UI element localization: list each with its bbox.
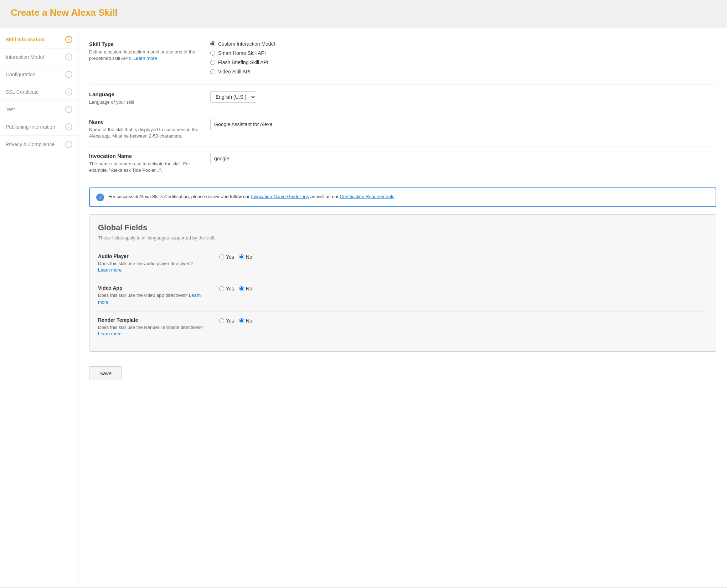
- video-app-label-col: Video App Does this skill use the video …: [98, 285, 212, 305]
- page-title: Create a New Alexa Skill: [11, 7, 716, 18]
- invocation-name-section: Invocation Name The name customers use t…: [89, 146, 716, 180]
- radio-smart-home[interactable]: Smart Home Skill API: [210, 50, 716, 56]
- check-icon-privacy: ✓: [65, 141, 72, 148]
- save-button[interactable]: Save: [89, 366, 122, 380]
- name-title: Name: [89, 119, 200, 125]
- check-icon-interaction-model: ✓: [65, 53, 72, 61]
- skill-type-learn-more[interactable]: Learn more: [133, 56, 157, 61]
- check-icon-skill-information: ✓: [65, 36, 72, 43]
- global-fields-box: Global Fields These fields apply to all …: [89, 214, 716, 352]
- video-app-yes[interactable]: [219, 286, 224, 291]
- invocation-name-input[interactable]: [210, 153, 716, 164]
- sidebar-item-test[interactable]: Test ✓: [0, 101, 78, 118]
- sidebar-item-label: Interaction Model: [6, 54, 44, 60]
- render-template-yes[interactable]: [219, 318, 224, 323]
- sidebar-item-label: Privacy & Compliance: [6, 141, 55, 147]
- render-template-no[interactable]: [239, 318, 244, 323]
- global-fields-title: Global Fields: [98, 223, 707, 232]
- name-label-col: Name Name of the skill that is displayed…: [89, 119, 200, 139]
- skill-type-title: Skill Type: [89, 41, 200, 47]
- render-template-yes-label[interactable]: Yes: [219, 318, 234, 324]
- name-input-col: [210, 119, 716, 139]
- certification-requirements-link[interactable]: Certification Requirements: [340, 194, 395, 199]
- audio-player-label-col: Audio Player Does this skill use the aud…: [98, 253, 212, 273]
- sidebar-item-interaction-model[interactable]: Interaction Model ✓: [0, 48, 78, 66]
- name-section: Name Name of the skill that is displayed…: [89, 112, 716, 146]
- render-template-no-label[interactable]: No: [239, 318, 252, 324]
- sidebar-item-configuration[interactable]: Configuration ✓: [0, 66, 78, 83]
- sidebar: Skill Information ✓ Interaction Model ✓ …: [0, 27, 78, 587]
- radio-smart-home-input[interactable]: [210, 51, 215, 56]
- video-app-no[interactable]: [239, 286, 244, 291]
- info-icon: i: [96, 194, 104, 201]
- check-icon-configuration: ✓: [65, 71, 72, 78]
- skill-type-desc: Define a custom interaction model or use…: [89, 49, 200, 62]
- language-label-col: Language Language of your skill: [89, 91, 200, 105]
- audio-player-yes[interactable]: [219, 254, 224, 259]
- name-input[interactable]: [210, 119, 716, 130]
- render-template-input-col: Yes No: [219, 317, 252, 324]
- video-app-no-label[interactable]: No: [239, 286, 252, 292]
- sidebar-item-privacy-compliance[interactable]: Privacy & Compliance ✓: [0, 136, 78, 153]
- skill-type-section: Skill Type Define a custom interaction m…: [89, 35, 716, 85]
- sidebar-item-label: Publishing Information: [6, 124, 55, 130]
- radio-custom-interaction[interactable]: Custom Interaction Model: [210, 41, 716, 47]
- language-title: Language: [89, 91, 200, 97]
- render-template-learn-more[interactable]: Learn more: [98, 331, 122, 336]
- skill-type-input-col: Custom Interaction Model Smart Home Skil…: [210, 41, 716, 78]
- video-app-yes-label[interactable]: Yes: [219, 286, 234, 292]
- audio-player-row: Audio Player Does this skill use the aud…: [98, 248, 707, 279]
- render-template-title: Render Template: [98, 317, 212, 323]
- global-fields-desc: These fields apply to all languages supp…: [98, 235, 707, 241]
- render-template-label-col: Render Template Does this skill use the …: [98, 317, 212, 337]
- page-header: Create a New Alexa Skill: [0, 0, 727, 27]
- check-icon-test: ✓: [65, 106, 72, 113]
- audio-player-title: Audio Player: [98, 253, 212, 259]
- radio-flash-briefing[interactable]: Flash Briefing Skill API: [210, 60, 716, 65]
- video-app-title: Video App: [98, 285, 212, 291]
- sidebar-item-ssl-certificate[interactable]: SSL Certificate ✓: [0, 83, 78, 101]
- audio-player-learn-more[interactable]: Learn more: [98, 267, 122, 273]
- info-box-text: For successful Alexa Skills Certificatio…: [108, 193, 396, 200]
- sidebar-item-label: Test: [6, 107, 15, 112]
- invocation-name-guidelines-link[interactable]: Invocation Name Guidelines: [251, 194, 309, 199]
- invocation-input-col: [210, 153, 716, 174]
- skill-type-label-col: Skill Type Define a custom interaction m…: [89, 41, 200, 78]
- invocation-desc: The name customers use to activate the s…: [89, 161, 200, 174]
- audio-player-no[interactable]: [239, 254, 244, 259]
- video-app-input-col: Yes No: [219, 285, 252, 292]
- language-desc: Language of your skill: [89, 99, 200, 105]
- radio-video-skill-input[interactable]: [210, 69, 215, 74]
- sidebar-item-label: Configuration: [6, 72, 35, 77]
- render-template-desc: Does this skill use the Render Template …: [98, 324, 212, 337]
- video-app-desc: Does this skill use the video app direct…: [98, 292, 212, 305]
- page-content: Skill Information ✓ Interaction Model ✓ …: [0, 27, 727, 587]
- language-select[interactable]: English (U.S.) English (U.K.) German Jap…: [210, 91, 256, 103]
- language-input-col: English (U.S.) English (U.K.) German Jap…: [210, 91, 716, 105]
- audio-player-yes-label[interactable]: Yes: [219, 254, 234, 260]
- sidebar-item-skill-information[interactable]: Skill Information ✓: [0, 31, 78, 48]
- invocation-label-col: Invocation Name The name customers use t…: [89, 153, 200, 174]
- radio-flash-briefing-input[interactable]: [210, 60, 215, 65]
- invocation-title: Invocation Name: [89, 153, 200, 159]
- sidebar-item-publishing-information[interactable]: Publishing Information ✓: [0, 118, 78, 136]
- name-desc: Name of the skill that is displayed to c…: [89, 127, 200, 139]
- save-section: Save: [89, 359, 716, 380]
- radio-custom-interaction-input[interactable]: [210, 41, 215, 46]
- sidebar-item-label: Skill Information: [6, 37, 45, 42]
- audio-player-desc: Does this skill use the audio player dir…: [98, 261, 212, 273]
- video-app-row: Video App Does this skill use the video …: [98, 279, 707, 311]
- sidebar-item-label: SSL Certificate: [6, 89, 39, 95]
- render-template-row: Render Template Does this skill use the …: [98, 311, 707, 343]
- check-icon-ssl: ✓: [65, 88, 72, 96]
- main-content: Skill Type Define a custom interaction m…: [78, 27, 727, 587]
- language-section: Language Language of your skill English …: [89, 85, 716, 112]
- audio-player-no-label[interactable]: No: [239, 254, 252, 260]
- audio-player-input-col: Yes No: [219, 253, 252, 260]
- info-box: i For successful Alexa Skills Certificat…: [89, 187, 716, 207]
- radio-video-skill[interactable]: Video Skill API: [210, 69, 716, 74]
- check-icon-publishing: ✓: [65, 123, 72, 130]
